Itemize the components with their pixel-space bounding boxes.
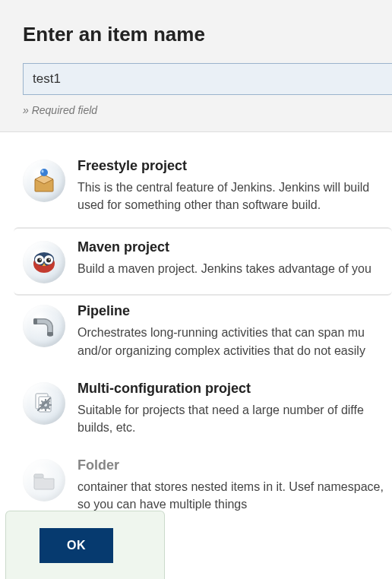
item-title: Maven project (77, 239, 392, 255)
item-type-pipeline[interactable]: Pipeline Orchestrates long-running activ… (0, 296, 392, 372)
item-description: This is the central feature of Jenkins. … (77, 179, 392, 214)
svg-point-9 (46, 258, 51, 263)
files-gear-icon (23, 382, 65, 425)
footer-overlay: OK (5, 511, 165, 579)
item-title: Multi-configuration project (77, 381, 392, 397)
svg-point-3 (42, 170, 44, 173)
svg-rect-14 (47, 332, 53, 336)
header-section: Enter an item name » Required field (0, 0, 392, 132)
item-type-list: Freestyle project This is the central fe… (0, 132, 392, 527)
item-name-input[interactable] (23, 63, 392, 95)
item-description: Orchestrates long-running activities tha… (77, 324, 392, 359)
owl-icon (23, 241, 65, 283)
svg-point-11 (49, 259, 50, 261)
pipe-icon (23, 305, 65, 347)
svg-rect-13 (33, 318, 37, 324)
folder-icon (23, 459, 65, 501)
ok-button[interactable]: OK (40, 528, 113, 563)
item-description: container that stores nested items in it… (77, 478, 392, 513)
svg-point-10 (40, 259, 41, 261)
item-description: Suitable for projects that need a large … (77, 401, 392, 436)
svg-point-8 (37, 258, 42, 263)
item-title: Freestyle project (77, 158, 392, 174)
package-icon (23, 160, 65, 202)
item-type-freestyle[interactable]: Freestyle project This is the central fe… (0, 150, 392, 227)
item-title: Folder (77, 457, 392, 473)
item-title: Pipeline (77, 303, 392, 319)
page-title: Enter an item name (23, 23, 369, 46)
item-type-maven[interactable]: Maven project Build a maven project. Jen… (14, 227, 392, 296)
svg-rect-28 (34, 474, 43, 478)
item-type-multiconfig[interactable]: Multi-configuration project Suitable for… (0, 373, 392, 450)
item-description: Build a maven project. Jenkins takes adv… (77, 260, 392, 277)
required-field-note: » Required field (23, 104, 369, 116)
svg-point-2 (40, 169, 48, 176)
